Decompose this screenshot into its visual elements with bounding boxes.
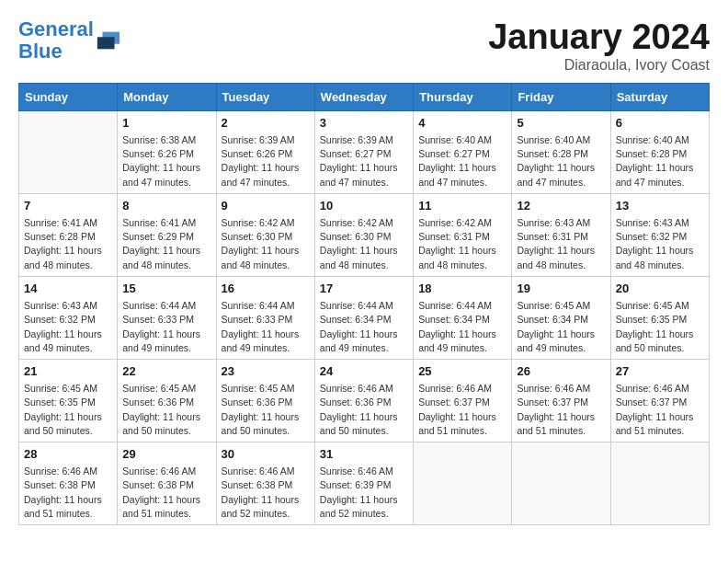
calendar-week-4: 21Sunrise: 6:45 AM Sunset: 6:35 PM Dayli… — [19, 359, 710, 442]
calendar-cell: 18Sunrise: 6:44 AM Sunset: 6:34 PM Dayli… — [414, 276, 512, 359]
title-area: January 2024 Diaraoula, Ivory Coast — [488, 18, 710, 74]
calendar-cell: 5Sunrise: 6:40 AM Sunset: 6:28 PM Daylig… — [512, 110, 610, 193]
day-detail: Sunrise: 6:45 AM Sunset: 6:36 PM Dayligh… — [122, 382, 210, 438]
svg-marker-1 — [97, 37, 115, 49]
month-title: January 2024 — [488, 18, 710, 57]
day-detail: Sunrise: 6:46 AM Sunset: 6:39 PM Dayligh… — [320, 465, 408, 521]
calendar-cell: 28Sunrise: 6:46 AM Sunset: 6:38 PM Dayli… — [19, 442, 118, 525]
day-number: 13 — [616, 198, 704, 214]
calendar-cell — [414, 442, 512, 525]
logo-icon — [96, 28, 121, 53]
calendar-cell: 24Sunrise: 6:46 AM Sunset: 6:36 PM Dayli… — [314, 359, 413, 442]
day-detail: Sunrise: 6:44 AM Sunset: 6:33 PM Dayligh… — [222, 299, 310, 355]
day-detail: Sunrise: 6:43 AM Sunset: 6:31 PM Dayligh… — [517, 216, 605, 272]
day-number: 3 — [320, 115, 408, 132]
calendar-cell: 21Sunrise: 6:45 AM Sunset: 6:35 PM Dayli… — [19, 359, 118, 442]
calendar-cell: 13Sunrise: 6:43 AM Sunset: 6:32 PM Dayli… — [610, 193, 709, 276]
calendar-cell: 11Sunrise: 6:42 AM Sunset: 6:31 PM Dayli… — [414, 193, 512, 276]
day-detail: Sunrise: 6:40 AM Sunset: 6:27 PM Dayligh… — [418, 133, 506, 190]
day-number: 16 — [222, 281, 310, 297]
day-detail: Sunrise: 6:45 AM Sunset: 6:34 PM Dayligh… — [517, 299, 605, 355]
day-detail: Sunrise: 6:42 AM Sunset: 6:30 PM Dayligh… — [222, 216, 310, 272]
calendar-cell: 8Sunrise: 6:41 AM Sunset: 6:29 PM Daylig… — [118, 193, 216, 276]
day-detail: Sunrise: 6:40 AM Sunset: 6:28 PM Dayligh… — [517, 133, 605, 190]
day-number: 5 — [517, 115, 605, 132]
calendar-cell: 29Sunrise: 6:46 AM Sunset: 6:38 PM Dayli… — [118, 442, 216, 525]
calendar-cell: 26Sunrise: 6:46 AM Sunset: 6:37 PM Dayli… — [512, 359, 610, 442]
day-detail: Sunrise: 6:46 AM Sunset: 6:37 PM Dayligh… — [418, 382, 506, 438]
weekday-header-thursday: Thursday — [414, 83, 512, 110]
calendar-cell: 3Sunrise: 6:39 AM Sunset: 6:27 PM Daylig… — [314, 110, 413, 193]
calendar-cell: 19Sunrise: 6:45 AM Sunset: 6:34 PM Dayli… — [512, 276, 610, 359]
day-number: 26 — [517, 363, 605, 380]
calendar-week-3: 14Sunrise: 6:43 AM Sunset: 6:32 PM Dayli… — [19, 276, 710, 359]
day-detail: Sunrise: 6:42 AM Sunset: 6:31 PM Dayligh… — [418, 216, 506, 272]
day-detail: Sunrise: 6:40 AM Sunset: 6:28 PM Dayligh… — [616, 133, 704, 190]
day-number: 29 — [122, 446, 210, 463]
location-title: Diaraoula, Ivory Coast — [488, 57, 710, 74]
day-number: 10 — [320, 198, 408, 214]
calendar-cell: 2Sunrise: 6:39 AM Sunset: 6:26 PM Daylig… — [216, 110, 314, 193]
day-number: 28 — [24, 446, 112, 463]
day-detail: Sunrise: 6:45 AM Sunset: 6:35 PM Dayligh… — [24, 382, 112, 438]
calendar-cell: 22Sunrise: 6:45 AM Sunset: 6:36 PM Dayli… — [118, 359, 216, 442]
weekday-header-friday: Friday — [512, 83, 610, 110]
day-number: 6 — [616, 115, 704, 132]
day-number: 20 — [616, 281, 704, 297]
calendar-cell: 20Sunrise: 6:45 AM Sunset: 6:35 PM Dayli… — [610, 276, 709, 359]
day-detail: Sunrise: 6:44 AM Sunset: 6:34 PM Dayligh… — [418, 299, 506, 355]
day-number: 19 — [517, 281, 605, 297]
calendar-cell: 4Sunrise: 6:40 AM Sunset: 6:27 PM Daylig… — [414, 110, 512, 193]
calendar-cell: 14Sunrise: 6:43 AM Sunset: 6:32 PM Dayli… — [19, 276, 118, 359]
day-detail: Sunrise: 6:46 AM Sunset: 6:38 PM Dayligh… — [122, 465, 210, 521]
day-number: 22 — [122, 363, 210, 380]
day-detail: Sunrise: 6:45 AM Sunset: 6:36 PM Dayligh… — [222, 382, 310, 438]
day-detail: Sunrise: 6:42 AM Sunset: 6:30 PM Dayligh… — [320, 216, 408, 272]
calendar-cell: 31Sunrise: 6:46 AM Sunset: 6:39 PM Dayli… — [314, 442, 413, 525]
day-detail: Sunrise: 6:46 AM Sunset: 6:38 PM Dayligh… — [222, 465, 310, 521]
day-detail: Sunrise: 6:38 AM Sunset: 6:26 PM Dayligh… — [122, 133, 210, 190]
calendar-cell — [512, 442, 610, 525]
day-number: 27 — [616, 363, 704, 380]
day-number: 2 — [222, 115, 310, 132]
day-number: 7 — [24, 198, 112, 214]
weekday-header-row: SundayMondayTuesdayWednesdayThursdayFrid… — [19, 83, 710, 110]
weekday-header-sunday: Sunday — [19, 83, 118, 110]
calendar-cell: 7Sunrise: 6:41 AM Sunset: 6:28 PM Daylig… — [19, 193, 118, 276]
day-number: 17 — [320, 281, 408, 297]
day-number: 25 — [418, 363, 506, 380]
day-detail: Sunrise: 6:39 AM Sunset: 6:26 PM Dayligh… — [222, 133, 310, 190]
calendar-cell: 1Sunrise: 6:38 AM Sunset: 6:26 PM Daylig… — [118, 110, 216, 193]
calendar-week-1: 1Sunrise: 6:38 AM Sunset: 6:26 PM Daylig… — [19, 110, 710, 193]
day-number: 4 — [418, 115, 506, 132]
day-detail: Sunrise: 6:44 AM Sunset: 6:33 PM Dayligh… — [122, 299, 210, 355]
day-number: 12 — [517, 198, 605, 214]
weekday-header-wednesday: Wednesday — [314, 83, 413, 110]
calendar-cell — [610, 442, 709, 525]
logo: GeneralBlue — [18, 18, 121, 63]
day-number: 21 — [24, 363, 112, 380]
day-detail: Sunrise: 6:46 AM Sunset: 6:38 PM Dayligh… — [24, 465, 112, 521]
day-detail: Sunrise: 6:46 AM Sunset: 6:36 PM Dayligh… — [320, 382, 408, 438]
calendar-cell — [19, 110, 118, 193]
weekday-header-monday: Monday — [118, 83, 216, 110]
day-number: 31 — [320, 446, 408, 463]
calendar-cell: 30Sunrise: 6:46 AM Sunset: 6:38 PM Dayli… — [216, 442, 314, 525]
day-number: 18 — [418, 281, 506, 297]
day-number: 8 — [122, 198, 210, 214]
day-detail: Sunrise: 6:45 AM Sunset: 6:35 PM Dayligh… — [616, 299, 704, 355]
day-detail: Sunrise: 6:39 AM Sunset: 6:27 PM Dayligh… — [320, 133, 408, 190]
day-number: 9 — [222, 198, 310, 214]
calendar-cell: 6Sunrise: 6:40 AM Sunset: 6:28 PM Daylig… — [610, 110, 709, 193]
day-number: 11 — [418, 198, 506, 214]
day-number: 14 — [24, 281, 112, 297]
calendar-cell: 16Sunrise: 6:44 AM Sunset: 6:33 PM Dayli… — [216, 276, 314, 359]
calendar-cell: 9Sunrise: 6:42 AM Sunset: 6:30 PM Daylig… — [216, 193, 314, 276]
calendar-cell: 27Sunrise: 6:46 AM Sunset: 6:37 PM Dayli… — [610, 359, 709, 442]
calendar-cell: 12Sunrise: 6:43 AM Sunset: 6:31 PM Dayli… — [512, 193, 610, 276]
day-number: 23 — [222, 363, 310, 380]
day-detail: Sunrise: 6:44 AM Sunset: 6:34 PM Dayligh… — [320, 299, 408, 355]
day-detail: Sunrise: 6:41 AM Sunset: 6:29 PM Dayligh… — [122, 216, 210, 272]
day-detail: Sunrise: 6:46 AM Sunset: 6:37 PM Dayligh… — [517, 382, 605, 438]
calendar-table: SundayMondayTuesdayWednesdayThursdayFrid… — [18, 83, 710, 525]
